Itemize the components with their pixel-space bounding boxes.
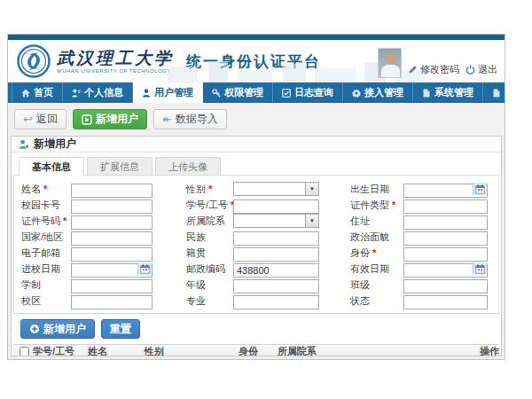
tab-upload-avatar[interactable]: 上传头像: [155, 157, 221, 175]
logout-link[interactable]: 退出: [466, 63, 497, 76]
native-place-input[interactable]: [233, 247, 319, 262]
nav-item-label: 订阅管理: [505, 86, 532, 99]
toolbar: ↩ 返回 新增用户 ↞ 数据导入: [11, 108, 502, 129]
political-field: [403, 230, 488, 244]
tab-basic-info[interactable]: 基本信息: [19, 157, 84, 176]
name-field: [71, 182, 153, 196]
log-icon: [282, 89, 291, 98]
ethnicity-input[interactable]: [233, 231, 319, 246]
nav-item-label: 系统管理: [434, 86, 473, 99]
email-field: [71, 246, 153, 260]
cert-number-field: [71, 214, 153, 228]
field-label-country: 国家/地区: [21, 231, 71, 244]
native-place-field: [233, 246, 319, 260]
grade-input[interactable]: [233, 279, 319, 293]
department-select[interactable]: ▼: [233, 214, 319, 228]
status-field: [403, 293, 488, 308]
university-name-cn: 武汉理工大学: [57, 49, 174, 66]
political-input[interactable]: [403, 231, 488, 246]
calendar-icon[interactable]: [473, 183, 487, 195]
university-logo: [17, 44, 51, 78]
add-user-button[interactable]: 新增用户: [73, 109, 147, 129]
field-label-ethnicity: 民族: [153, 231, 233, 244]
add-user-icon: [82, 114, 92, 125]
nav-item-permission[interactable]: 权限管理: [203, 82, 273, 103]
data-import-button[interactable]: ↞ 数据导入: [153, 109, 227, 129]
name-input[interactable]: [71, 184, 153, 198]
change-password-link[interactable]: 修改密码: [408, 63, 459, 76]
header-user-area: 修改密码 退出: [378, 40, 497, 82]
field-label-major: 专业: [153, 294, 233, 308]
calendar-icon[interactable]: [137, 262, 152, 275]
nav-item-user-mgmt[interactable]: 用户管理: [133, 82, 203, 103]
address-input[interactable]: [403, 215, 488, 230]
field-label-enroll-date: 进校日期: [21, 262, 71, 276]
student-id-input[interactable]: [233, 200, 319, 214]
panel-title: 新增用户: [34, 137, 76, 152]
document-icon: [492, 89, 501, 98]
new-user-panel: 新增用户 基本信息扩展信息上传头像 姓名*性别*▼出生日期校园卡号学号/工号*证…: [11, 136, 502, 356]
column-header: 身份: [235, 345, 274, 356]
back-button-label: 返回: [36, 112, 58, 127]
cert-type-field: [403, 198, 488, 212]
cert-number-input[interactable]: [71, 215, 153, 230]
valid-date-field: [403, 262, 488, 276]
nav-item-profile[interactable]: 个人信息: [63, 82, 133, 103]
column-header: 操作: [476, 345, 499, 356]
users-icon: [142, 89, 151, 98]
university-name-en: WUHAN UNIVERSITY OF TECHNOLOGY: [57, 68, 174, 74]
field-label-identity: 身份*: [319, 246, 403, 260]
nav-item-system-mgmt[interactable]: 系统管理: [413, 82, 483, 103]
field-label-class: 班级: [319, 278, 403, 292]
pencil-icon: [408, 65, 418, 74]
student-id-field: [233, 198, 319, 212]
nav-item-log-query[interactable]: 日志查询: [273, 82, 343, 103]
calendar-icon[interactable]: [473, 262, 487, 275]
reset-button[interactable]: 重置: [101, 319, 140, 339]
plus-circle-icon: [29, 324, 40, 334]
edu-length-input[interactable]: [71, 279, 153, 293]
key-icon: [212, 89, 221, 98]
class-input[interactable]: [403, 279, 488, 293]
select-all-checkbox[interactable]: [20, 347, 29, 356]
form-actions: 新增用户 重置: [12, 314, 501, 343]
nav-item-label: 日志查询: [294, 86, 333, 99]
major-input[interactable]: [233, 295, 319, 309]
ethnicity-field: [233, 230, 319, 244]
campus-card-input[interactable]: [71, 200, 153, 214]
nav-item-label: 接入管理: [364, 86, 403, 99]
required-marker: *: [208, 184, 212, 194]
nav-item-access-mgmt[interactable]: 接入管理: [343, 82, 413, 103]
column-header: 性别: [141, 345, 235, 356]
class-field: [403, 278, 488, 292]
required-marker: *: [392, 200, 395, 210]
campus-input[interactable]: [71, 295, 153, 309]
user-form: 姓名*性别*▼出生日期校园卡号学号/工号*证件类型*证件号码*所属院系▼住址国家…: [21, 181, 491, 309]
home-icon: [21, 89, 30, 98]
postal-code-input[interactable]: [233, 263, 319, 278]
gender-select[interactable]: ▼: [233, 182, 319, 196]
submit-add-user-button[interactable]: 新增用户: [20, 319, 95, 339]
field-label-edu-length: 学制: [21, 278, 71, 292]
user-plus-icon: [19, 139, 29, 150]
nav-item-home[interactable]: 首页: [12, 82, 63, 103]
tab-extended-info[interactable]: 扩展信息: [87, 157, 153, 175]
status-input[interactable]: [403, 295, 488, 309]
back-button[interactable]: ↩ 返回: [14, 109, 66, 129]
logout-label: 退出: [478, 63, 497, 76]
field-label-department: 所属院系: [153, 215, 233, 228]
postal-code-field: [233, 262, 319, 276]
field-label-cert-type: 证件类型*: [319, 199, 403, 212]
nav-item-subscription[interactable]: 订阅管理: [483, 82, 532, 103]
user-avatar: [378, 48, 402, 78]
app-header: 武汉理工大学 WUHAN UNIVERSITY OF TECHNOLOGY 统一…: [8, 40, 505, 82]
email-input[interactable]: [71, 247, 153, 262]
cert-type-input[interactable]: [403, 200, 488, 214]
country-input[interactable]: [71, 231, 153, 246]
identity-field: [403, 246, 488, 260]
identity-input[interactable]: [403, 247, 488, 262]
data-import-label: 数据导入: [176, 112, 218, 127]
tab-bar: 基本信息扩展信息上传头像: [12, 153, 501, 175]
user-table-header: 学号/工号姓名性别身份所属院系操作: [13, 344, 499, 356]
field-label-campus-card: 校园卡号: [21, 199, 71, 212]
